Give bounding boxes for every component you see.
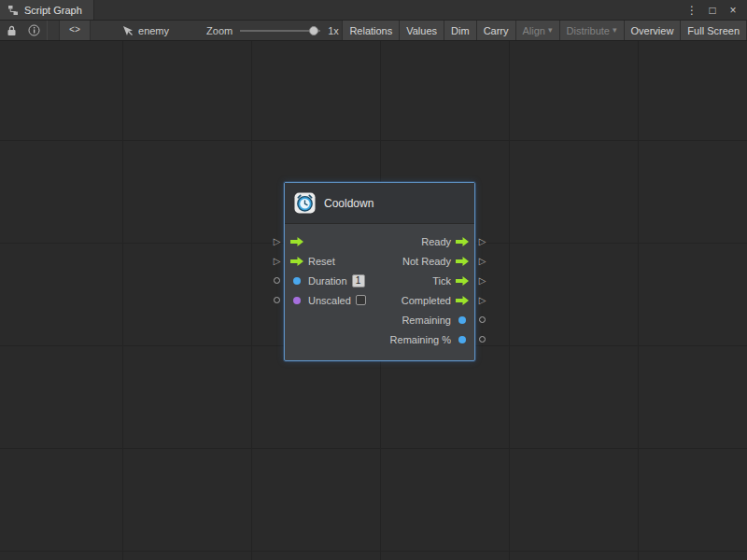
lock-icon — [7, 25, 17, 36]
caret-down-icon: ▾ — [548, 26, 553, 35]
duration-input[interactable] — [352, 274, 365, 287]
value-input-connector[interactable] — [274, 297, 280, 303]
distribute-button[interactable]: Distribute ▾ — [559, 21, 624, 40]
relations-button[interactable]: Relations — [342, 21, 399, 40]
value-port-icon[interactable] — [458, 336, 466, 343]
carry-button[interactable]: Carry — [476, 21, 515, 40]
window-close-button[interactable]: × — [725, 2, 741, 19]
graph-toolbar: <> enemy Zoom 1x Relations Values Dim Ca… — [0, 21, 747, 41]
flow-input-connector[interactable]: ▷ — [274, 257, 281, 266]
input-connectors: ▷ ▷ — [270, 182, 284, 349]
lock-button[interactable] — [0, 21, 22, 40]
alarm-clock-icon — [294, 192, 316, 214]
unity-script-graph-window: Script Graph ⋮ □ × <> — [0, 0, 747, 560]
cooldown-node-area: ▷ ▷ Cooldown — [270, 182, 489, 361]
info-icon — [28, 24, 40, 36]
port-label: Not Ready — [402, 256, 451, 267]
window-maximize-button[interactable]: □ — [704, 2, 721, 19]
zoom-value: 1x — [328, 25, 339, 36]
port-label: Remaining % — [390, 334, 451, 345]
port-row: Remaining % — [285, 329, 474, 349]
port-row: Remaining — [285, 310, 474, 329]
flow-arrow-icon[interactable] — [456, 296, 469, 305]
toolbar-buttons: Relations Values Dim Carry Align ▾ Distr… — [342, 21, 747, 40]
output-connectors: ▷ ▷ ▷ ▷ — [475, 182, 489, 349]
flow-arrow-icon[interactable] — [290, 257, 303, 266]
value-port-icon[interactable] — [293, 297, 301, 304]
zoom-slider-handle[interactable] — [309, 26, 318, 35]
pointer-icon — [122, 25, 134, 36]
distribute-button-label: Distribute — [567, 25, 610, 36]
flow-output-connector[interactable]: ▷ — [479, 276, 486, 286]
value-port-icon[interactable] — [458, 316, 466, 324]
port-label: Tick — [432, 275, 451, 287]
port-row: Ready — [285, 231, 474, 251]
port-label: Completed — [402, 295, 451, 306]
value-port-icon[interactable] — [293, 277, 301, 285]
align-button[interactable]: Align ▾ — [515, 21, 559, 40]
value-output-connector[interactable] — [479, 316, 486, 323]
info-button[interactable] — [22, 21, 45, 40]
window-menu-button[interactable]: ⋮ — [684, 2, 700, 19]
window-controls: ⋮ □ × — [684, 0, 747, 20]
cooldown-node-header[interactable]: Cooldown — [285, 183, 474, 224]
titlebar: Script Graph ⋮ □ × — [0, 0, 747, 21]
flow-arrow-icon[interactable] — [456, 257, 469, 266]
dim-button[interactable]: Dim — [444, 21, 476, 40]
value-input-connector[interactable] — [274, 277, 280, 284]
port-label: Duration — [308, 275, 347, 287]
flow-arrow-icon[interactable] — [456, 276, 469, 286]
graph-canvas[interactable]: ▷ ▷ Cooldown — [0, 41, 747, 560]
target-name-label: enemy — [138, 25, 169, 36]
tab-title: Script Graph — [24, 5, 82, 16]
port-row: Duration Tick — [285, 271, 474, 290]
tab-script-graph[interactable]: Script Graph — [0, 0, 94, 20]
port-row: Unscaled Completed — [285, 290, 474, 310]
flow-output-connector[interactable]: ▷ — [479, 257, 486, 266]
values-button[interactable]: Values — [399, 21, 444, 40]
toolbar-separator — [47, 21, 48, 40]
caret-down-icon: ▾ — [613, 26, 617, 35]
cooldown-node[interactable]: Cooldown Ready — [284, 182, 475, 361]
flow-output-connector[interactable]: ▷ — [479, 237, 486, 246]
port-label: Remaining — [402, 315, 451, 326]
align-button-label: Align — [523, 25, 545, 36]
graph-target[interactable]: enemy — [122, 21, 169, 40]
flow-arrow-icon[interactable] — [290, 237, 303, 246]
flow-output-connector[interactable]: ▷ — [479, 296, 486, 305]
port-label: Ready — [421, 236, 451, 247]
zoom-label: Zoom — [206, 25, 233, 36]
code-view-button[interactable]: <> — [59, 21, 91, 40]
node-title: Cooldown — [324, 197, 374, 210]
port-label: Reset — [308, 256, 335, 267]
port-label: Unscaled — [308, 295, 351, 306]
value-output-connector[interactable] — [479, 336, 486, 343]
flow-input-connector[interactable]: ▷ — [274, 237, 281, 246]
unscaled-checkbox[interactable] — [356, 295, 366, 305]
full-screen-button[interactable]: Full Screen — [680, 21, 747, 40]
port-row: Reset Not Ready — [285, 251, 474, 271]
overview-button[interactable]: Overview — [624, 21, 681, 40]
flow-arrow-icon[interactable] — [456, 237, 469, 246]
cooldown-node-body: Ready Reset Not Ready — [285, 224, 474, 360]
zoom-control: Zoom 1x — [206, 21, 339, 40]
zoom-slider[interactable] — [240, 21, 320, 41]
script-graph-icon — [7, 5, 19, 16]
